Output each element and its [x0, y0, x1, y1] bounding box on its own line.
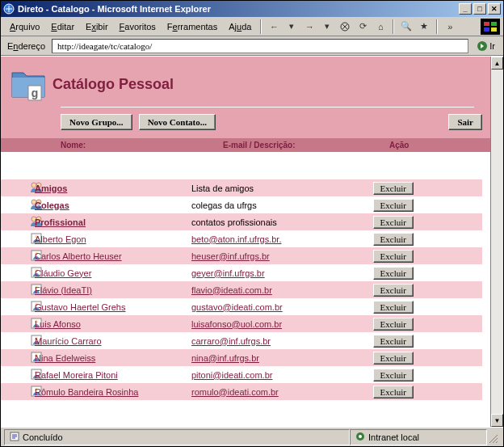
- svg-rect-5: [491, 22, 497, 26]
- svg-point-39: [359, 435, 362, 438]
- dropdown-icon[interactable]: ▾: [284, 19, 299, 34]
- contact-link[interactable]: Gustavo Haertel Grehs: [35, 302, 126, 312]
- email-link[interactable]: romulo@ideati.com.br: [191, 387, 279, 397]
- maximize-button[interactable]: □: [473, 3, 486, 15]
- svg-rect-7: [491, 27, 497, 32]
- separator: [393, 19, 394, 34]
- new-contact-button[interactable]: Novo Contato...: [139, 114, 216, 130]
- delete-button[interactable]: Excluir: [373, 301, 414, 314]
- menu-ajuda[interactable]: Ajuda: [223, 20, 257, 33]
- delete-button[interactable]: Excluir: [373, 284, 414, 297]
- delete-button[interactable]: Excluir: [373, 250, 414, 263]
- go-button[interactable]: Ir: [472, 39, 500, 53]
- back-icon[interactable]: ←: [267, 19, 281, 34]
- table-row: Nina Edelweissnina@inf.ufrgs.brExcluir: [1, 349, 482, 366]
- menu-ferramentas[interactable]: Ferramentas: [162, 20, 223, 33]
- search-icon[interactable]: 🔍: [399, 19, 414, 34]
- delete-button[interactable]: Excluir: [373, 386, 414, 399]
- zone-text: Intranet local: [368, 432, 419, 442]
- content-area: g Catálogo Pessoal Novo Grupo... Novo Co…: [1, 56, 503, 427]
- more-icon[interactable]: »: [443, 19, 457, 34]
- favorites-icon[interactable]: ★: [417, 19, 431, 34]
- vertical-scrollbar[interactable]: ▲ ▼: [490, 57, 503, 427]
- email-link[interactable]: pitoni@ideati.com.br: [191, 370, 272, 380]
- email-link[interactable]: flavio@ideati.com.br: [191, 285, 272, 295]
- svg-text:g: g: [32, 86, 39, 99]
- delete-button[interactable]: Excluir: [373, 335, 414, 348]
- contact-link[interactable]: Nina Edelweiss: [35, 353, 95, 363]
- close-button[interactable]: ✕: [488, 3, 501, 15]
- table-row: Rafael Moreira Pitonipitoni@ideati.com.b…: [1, 366, 482, 383]
- menu-exibir[interactable]: Exibir: [80, 20, 114, 33]
- ie-icon: [3, 3, 15, 15]
- contact-link[interactable]: Cláudio Geyer: [35, 268, 91, 278]
- forward-icon[interactable]: →: [302, 19, 317, 34]
- menu-favoritos[interactable]: Favoritos: [114, 20, 162, 33]
- delete-button[interactable]: Excluir: [373, 233, 414, 246]
- page-header: g Catálogo Pessoal Novo Grupo... Novo Co…: [1, 57, 490, 152]
- email-link[interactable]: heuser@inf.ufrgs.br: [191, 251, 270, 261]
- group-link[interactable]: Amigos: [35, 183, 67, 193]
- status-text: Concluído: [23, 432, 63, 442]
- email-link[interactable]: carraro@inf.ufrgs.br: [191, 336, 271, 346]
- delete-button[interactable]: Excluir: [373, 318, 414, 331]
- email-link[interactable]: beto@aton.inf.ufrgs.br.: [191, 234, 281, 244]
- minimize-button[interactable]: _: [459, 3, 472, 15]
- col-header-action: Ação: [389, 141, 490, 150]
- email-link[interactable]: geyer@inf.ufrgs.br: [191, 268, 265, 278]
- status-right: Intranet local: [350, 429, 487, 445]
- zone-icon: [355, 432, 365, 443]
- scroll-track[interactable]: [491, 70, 503, 414]
- menu-arquivo[interactable]: Arquivo: [4, 20, 45, 33]
- table-row: Gustavo Haertel Grehsgustavo@ideati.com.…: [1, 298, 482, 315]
- menu-editar[interactable]: Editar: [45, 20, 80, 33]
- email-link[interactable]: luisafonso@uol.com.br: [191, 319, 282, 329]
- url-input[interactable]: [56, 40, 464, 52]
- refresh-icon[interactable]: ⟳: [355, 19, 370, 34]
- description-text: Lista de amigos: [191, 183, 254, 193]
- stop-icon[interactable]: [338, 19, 352, 34]
- resize-grip[interactable]: [487, 429, 500, 445]
- page-content: g Catálogo Pessoal Novo Grupo... Novo Co…: [1, 57, 490, 427]
- contact-link[interactable]: Flávio (IdeaTI): [35, 285, 92, 295]
- svg-rect-4: [484, 22, 489, 26]
- description-text: colegas da ufrgs: [191, 200, 257, 210]
- contact-link[interactable]: Rafael Moreira Pitoni: [35, 370, 118, 380]
- delete-button[interactable]: Excluir: [373, 182, 414, 195]
- go-icon: [477, 40, 488, 52]
- email-link[interactable]: nina@inf.ufrgs.br: [191, 353, 259, 363]
- contact-link[interactable]: Alberto Egon: [35, 234, 86, 244]
- page-title: Catálogo Pessoal: [52, 76, 174, 93]
- table-row: Rômulo Bandeira Rosinharomulo@ideati.com…: [1, 383, 482, 400]
- col-header-email: E-mail / Descrição:: [223, 141, 389, 150]
- contact-link[interactable]: Rômulo Bandeira Rosinha: [35, 387, 138, 397]
- folder-icon: g: [9, 65, 48, 103]
- scroll-down-button[interactable]: ▼: [491, 414, 503, 427]
- delete-button[interactable]: Excluir: [373, 267, 414, 280]
- delete-button[interactable]: Excluir: [373, 369, 414, 382]
- delete-button[interactable]: Excluir: [373, 352, 414, 365]
- scroll-up-button[interactable]: ▲: [491, 57, 503, 70]
- contact-link[interactable]: Luis Afonso: [35, 319, 81, 329]
- addressbar: Endereço Ir: [1, 36, 503, 56]
- group-link[interactable]: Profissional: [35, 217, 86, 227]
- table-row: Cláudio Geyergeyer@inf.ufrgs.brExcluir: [1, 264, 482, 281]
- window-title: Direto - Catalogo - Microsoft Internet E…: [18, 4, 457, 14]
- delete-button[interactable]: Excluir: [373, 216, 414, 229]
- dropdown-icon[interactable]: ▾: [320, 19, 334, 34]
- contact-link[interactable]: Carlos Alberto Heuser: [35, 251, 122, 261]
- table-row: Maurício Carrarocarraro@inf.ufrgs.brExcl…: [1, 332, 482, 349]
- email-link[interactable]: gustavo@ideati.com.br: [191, 302, 283, 312]
- contact-link[interactable]: Maurício Carraro: [35, 336, 102, 346]
- exit-button[interactable]: Sair: [448, 114, 482, 130]
- document-icon: [10, 432, 19, 443]
- titlebar: Direto - Catalogo - Microsoft Internet E…: [1, 1, 503, 17]
- table-row: Luis Afonsoluisafonso@uol.com.brExcluir: [1, 315, 482, 332]
- url-input-container[interactable]: [52, 39, 468, 53]
- table-row: Colegascolegas da ufrgsExcluir: [1, 196, 482, 213]
- home-icon[interactable]: ⌂: [373, 19, 388, 34]
- description-text: contatos profissionais: [191, 217, 277, 227]
- group-link[interactable]: Colegas: [35, 200, 69, 210]
- delete-button[interactable]: Excluir: [373, 199, 414, 212]
- new-group-button[interactable]: Novo Grupo...: [61, 114, 132, 130]
